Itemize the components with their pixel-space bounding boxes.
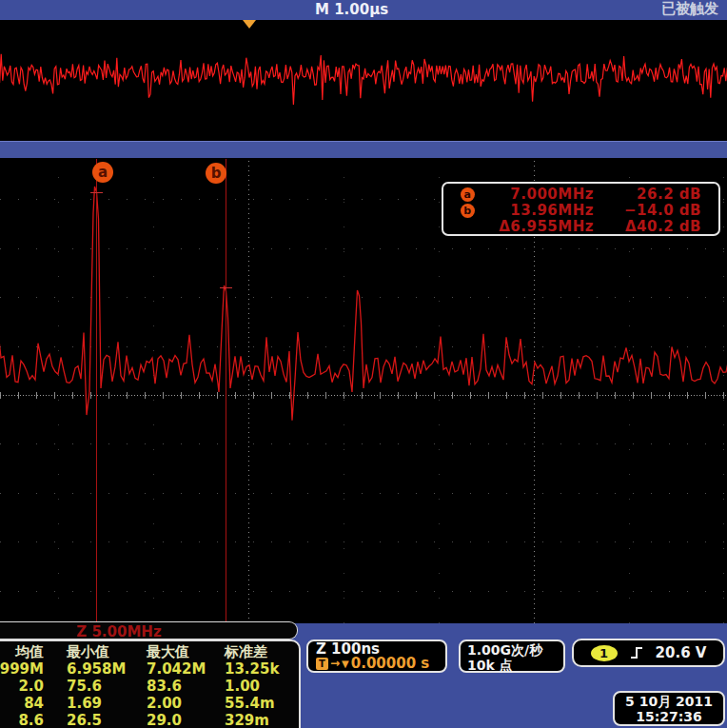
measurement-table: 均值 最小值 最大值 标准差 999M 6.958M 7.042M 13.25k…: [0, 639, 301, 728]
table-cell: 2.0: [0, 678, 44, 695]
cursor-a-level: 26.2 dB: [594, 186, 718, 203]
table-cell: 55.4m: [202, 695, 284, 712]
channel-1-badge: 1: [591, 645, 618, 661]
timebase-readout: M 1.00µs: [315, 1, 388, 18]
overview-waveform-area: [0, 20, 727, 141]
marker-a-badge[interactable]: a: [92, 162, 113, 183]
table-header-stddev: 标准差: [202, 643, 284, 660]
trigger-position-readout: T → ▼ 0.00000 s: [316, 657, 438, 671]
cursor-b-frequency: 13.96MHz: [487, 202, 594, 219]
table-header-mean: 均值: [0, 643, 44, 660]
top-status-bar: M 1.00µs 已被触发: [0, 0, 727, 21]
sample-rate: 1.00G次/秒: [467, 642, 557, 658]
cursor-delta-frequency: Δ6.955MHz: [487, 218, 594, 235]
table-cell: 1.69: [44, 695, 124, 712]
cursor-a-cross: [90, 192, 103, 193]
record-length: 10k 点: [467, 658, 557, 673]
table-header-max: 最大值: [124, 643, 202, 660]
oscilloscope-screen: M 1.00µs 已被触发 a: [0, 0, 727, 728]
table-cell: 83.6: [124, 678, 202, 695]
cursor-b-level: −14.0 dB: [594, 202, 718, 219]
table-header-min: 最小值: [44, 643, 124, 660]
triangle-down-icon: ▼: [342, 657, 349, 671]
cursor-b-badge-icon: b: [461, 204, 475, 218]
table-cell: 1.00: [202, 678, 284, 695]
table-cell: 8.6: [0, 712, 44, 728]
channel-box[interactable]: 1 20.6 V: [572, 639, 725, 667]
table-cell: 999M: [0, 660, 44, 678]
table-cell: 26.5: [44, 712, 124, 728]
table-cell: 84: [0, 695, 44, 712]
cursor-a-row: a 7.000MHz 26.2 dB: [443, 186, 718, 202]
trigger-status: 已被触发: [661, 0, 718, 18]
cursor-b-line[interactable]: [226, 159, 226, 622]
overview-trace: [0, 20, 727, 141]
cursor-a-line[interactable]: [96, 159, 97, 622]
marker-b-badge[interactable]: b: [206, 163, 226, 184]
fft-display-area: a b a 7.000MHz 26.2 dB b 13.96MHz −14.0 …: [0, 158, 727, 623]
acquisition-box[interactable]: 1.00G次/秒 10k 点: [459, 639, 565, 673]
cursor-delta-row: Δ6.955MHz Δ40.2 dB: [443, 218, 718, 234]
table-cell: 7.042M: [124, 660, 202, 678]
cursor-a-badge-icon: a: [461, 187, 475, 202]
fft-channel-label: Z 5.00MHz: [76, 624, 161, 639]
cursor-b-cross: [220, 287, 232, 288]
arrow-right-icon: →: [330, 657, 340, 671]
datetime-box: 5 10月 2011 15:27:36: [613, 691, 725, 726]
table-cell: 75.6: [44, 678, 124, 695]
zoom-scale-box[interactable]: Z 100ns T → ▼ 0.00000 s: [306, 639, 447, 673]
time-value: 15:27:36: [619, 709, 719, 724]
channel-scale: 20.6 V: [656, 644, 707, 661]
trigger-position-icon: [243, 20, 256, 29]
rising-edge-icon: [629, 645, 644, 660]
trigger-t-icon: T: [316, 658, 328, 670]
cursor-b-row: b 13.96MHz −14.0 dB: [443, 202, 718, 218]
cursor-delta-level: Δ40.2 dB: [594, 218, 718, 235]
window-separator: [0, 141, 727, 160]
trigger-position-value: 0.00000 s: [351, 657, 429, 671]
table-cell: 13.25k: [202, 660, 284, 678]
fft-channel-label-bar[interactable]: Z 5.00MHz: [0, 621, 298, 639]
date-value: 5 10月 2011: [619, 694, 719, 709]
table-cell: 29.0: [124, 712, 202, 728]
table-cell: 6.958M: [44, 660, 124, 678]
table-cell: 2.00: [124, 695, 202, 712]
table-cell: 329m: [202, 712, 284, 728]
cursor-readout-box: a 7.000MHz 26.2 dB b 13.96MHz −14.0 dB Δ…: [442, 182, 720, 236]
cursor-a-frequency: 7.000MHz: [487, 186, 594, 203]
